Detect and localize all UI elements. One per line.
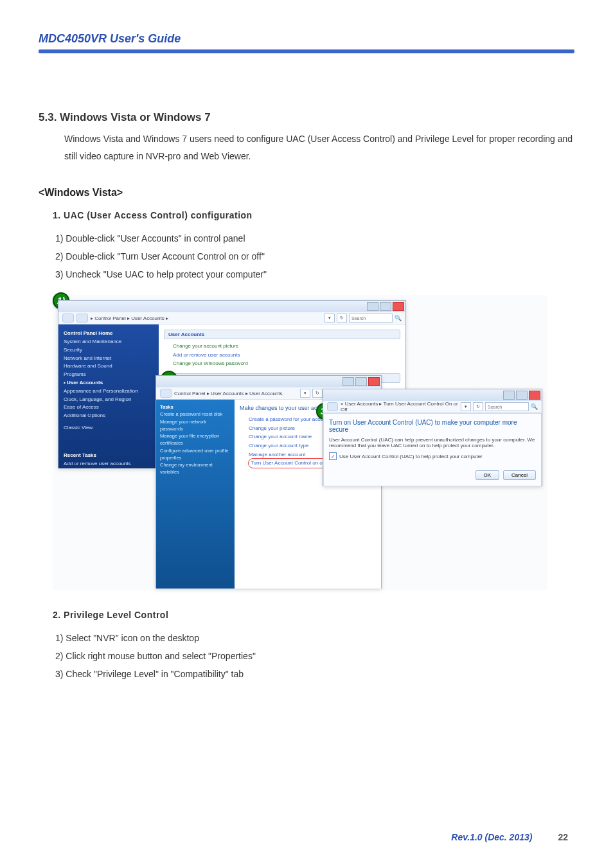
sidebar-item[interactable]: Additional Options bbox=[64, 412, 154, 420]
window-turn-uac-on-off: « User Accounts ▸ Turn User Account Cont… bbox=[323, 389, 542, 486]
sidebar-item[interactable]: Programs bbox=[64, 371, 154, 379]
uac-steps: 1) Double-click "User Accounts" in contr… bbox=[55, 229, 574, 283]
uac-step-1: 1) Double-click "User Accounts" in contr… bbox=[55, 229, 574, 247]
win3-search-input[interactable] bbox=[485, 402, 529, 411]
view-dropdown[interactable]: ▾ bbox=[324, 314, 335, 323]
back-button[interactable] bbox=[160, 389, 172, 398]
win3-breadcrumb[interactable]: « User Accounts ▸ Turn User Account Cont… bbox=[341, 401, 458, 412]
sidebar-home[interactable]: Control Panel Home bbox=[64, 330, 154, 338]
ua-link[interactable]: Change your account picture bbox=[173, 342, 400, 351]
minimize-icon[interactable] bbox=[367, 302, 378, 311]
user-accounts-tile-title[interactable]: User Accounts bbox=[164, 330, 400, 339]
sidebar-item[interactable]: System and Maintenance bbox=[64, 338, 154, 346]
close-icon[interactable] bbox=[529, 391, 540, 400]
uac-checkbox[interactable]: ✓ bbox=[329, 452, 337, 460]
maximize-icon[interactable] bbox=[516, 391, 528, 400]
page-number: 22 bbox=[558, 832, 568, 842]
sidebar-item[interactable]: Network and Internet bbox=[64, 355, 154, 363]
maximize-icon[interactable] bbox=[380, 302, 391, 311]
view-dropdown[interactable]: ▾ bbox=[300, 389, 310, 398]
turn-uac-on-off-link[interactable]: Turn User Account Control on or off bbox=[249, 459, 333, 468]
minimize-icon[interactable] bbox=[342, 377, 354, 386]
tasks-heading: Tasks bbox=[160, 403, 231, 411]
sidebar-item[interactable]: Appearance and Personalization bbox=[64, 387, 154, 396]
ua-link[interactable]: Change your Windows password bbox=[173, 359, 400, 368]
header-rule bbox=[39, 49, 574, 53]
win3-window-buttons bbox=[503, 391, 540, 400]
back-button[interactable] bbox=[62, 314, 74, 323]
win1-window-buttons bbox=[367, 302, 404, 311]
win1-titlebar bbox=[58, 301, 405, 312]
priv-step-2: 2) Click right mouse button and select "… bbox=[55, 647, 574, 665]
revision-label: Rev.1.0 (Dec. 2013) bbox=[451, 832, 532, 842]
page: MDC4050VR User's Guide 5.3. Windows Vist… bbox=[0, 0, 613, 868]
back-button[interactable] bbox=[327, 402, 338, 411]
forward-button[interactable] bbox=[76, 314, 88, 323]
search-icon[interactable]: 🔍 bbox=[531, 403, 538, 410]
uac-checkbox-label: Use User Account Control (UAC) to help p… bbox=[339, 454, 483, 459]
minimize-icon[interactable] bbox=[503, 391, 515, 400]
cancel-button[interactable]: Cancel bbox=[503, 470, 536, 480]
view-dropdown[interactable]: ▾ bbox=[461, 402, 471, 411]
refresh-button[interactable]: ↻ bbox=[312, 389, 323, 398]
section-intro: Windows Vista and Windows 7 users need t… bbox=[64, 130, 574, 164]
uac-dialog-body: Turn on User Account Control (UAC) to ma… bbox=[323, 413, 542, 486]
uac-dialog-title: Turn on User Account Control (UAC) to ma… bbox=[329, 419, 536, 433]
sidebar-user-accounts[interactable]: • User Accounts bbox=[64, 379, 154, 387]
win1-address-bar: ▸ Control Panel ▸ User Accounts ▸ ▾ ↻ 🔍 bbox=[58, 312, 405, 324]
win2-tasks-sidebar: Tasks Create a password reset disk Manag… bbox=[156, 400, 235, 589]
sidebar-recent-tasks: Recent Tasks bbox=[64, 452, 154, 460]
win1-search: ▾ ↻ 🔍 bbox=[324, 314, 402, 323]
sidebar-item[interactable]: Clock, Language, and Region bbox=[64, 396, 154, 404]
sidebar-recent-item[interactable]: Add or remove user accounts bbox=[64, 460, 154, 468]
uac-config-heading: 1. UAC (User Access Control) configurati… bbox=[53, 210, 574, 220]
win1-search-input[interactable] bbox=[349, 314, 393, 323]
refresh-button[interactable]: ↻ bbox=[337, 314, 347, 323]
privilege-steps: 1) Select "NVR" icon on the desktop 2) C… bbox=[55, 629, 574, 683]
section-heading: 5.3. Windows Vista or Windows 7 bbox=[39, 111, 574, 124]
vista-heading: <Windows Vista> bbox=[39, 187, 574, 199]
task-link[interactable]: Manage your file encryption certificates bbox=[160, 432, 231, 447]
uac-dialog-desc: User Account Control (UAC) can help prev… bbox=[329, 437, 536, 448]
priv-step-3: 3) Check "Privilege Level" in "Compatibi… bbox=[55, 665, 574, 683]
maximize-icon[interactable] bbox=[355, 377, 367, 386]
sidebar-classic-view[interactable]: Classic View bbox=[64, 424, 154, 432]
ua-link-add-remove[interactable]: Add or remove user accounts bbox=[173, 351, 400, 360]
win1-breadcrumb[interactable]: ▸ Control Panel ▸ User Accounts ▸ bbox=[91, 315, 168, 321]
page-footer: Rev.1.0 (Dec. 2013) 22 bbox=[0, 832, 613, 842]
task-link[interactable]: Manage your network passwords bbox=[160, 418, 231, 433]
uac-checkbox-row[interactable]: ✓ Use User Account Control (UAC) to help… bbox=[329, 452, 536, 460]
task-link[interactable]: Configure advanced user profile properti… bbox=[160, 447, 231, 462]
task-link[interactable]: Create a password reset disk bbox=[160, 411, 231, 418]
search-icon[interactable]: 🔍 bbox=[395, 315, 402, 321]
win1-sidebar: Control Panel Home System and Maintenanc… bbox=[58, 324, 159, 468]
uac-step-2: 2) Double-click "Turn User Account Contr… bbox=[55, 247, 574, 265]
close-icon[interactable] bbox=[393, 302, 404, 311]
sidebar-item[interactable]: Ease of Access bbox=[64, 403, 154, 412]
screenshot-figure: 1) ▸ Control Panel ▸ User Accounts ▸ ▾ ↻ bbox=[53, 295, 547, 590]
uac-button-row: OK Cancel bbox=[329, 470, 536, 480]
win3-search: ▾ ↻ 🔍 bbox=[461, 402, 538, 411]
win2-breadcrumb[interactable]: Control Panel ▸ User Accounts ▸ User Acc… bbox=[174, 391, 283, 396]
win3-address-bar: « User Accounts ▸ Turn User Account Cont… bbox=[323, 401, 542, 413]
priv-step-1: 1) Select "NVR" icon on the desktop bbox=[55, 629, 574, 647]
privilege-heading: 2. Privilege Level Control bbox=[53, 610, 574, 620]
win2-window-buttons bbox=[342, 377, 380, 386]
win3-titlebar bbox=[323, 389, 542, 401]
win2-titlebar bbox=[156, 376, 381, 387]
refresh-button[interactable]: ↻ bbox=[473, 402, 483, 411]
sidebar-item[interactable]: Security bbox=[64, 346, 154, 355]
ok-button[interactable]: OK bbox=[475, 470, 500, 480]
uac-step-3: 3) Uncheck "Use UAC to help protect your… bbox=[55, 265, 574, 283]
close-icon[interactable] bbox=[368, 377, 380, 386]
sidebar-item[interactable]: Hardware and Sound bbox=[64, 362, 154, 371]
task-link[interactable]: Change my environment variables bbox=[160, 461, 231, 476]
doc-header-title: MDC4050VR User's Guide bbox=[39, 32, 574, 46]
